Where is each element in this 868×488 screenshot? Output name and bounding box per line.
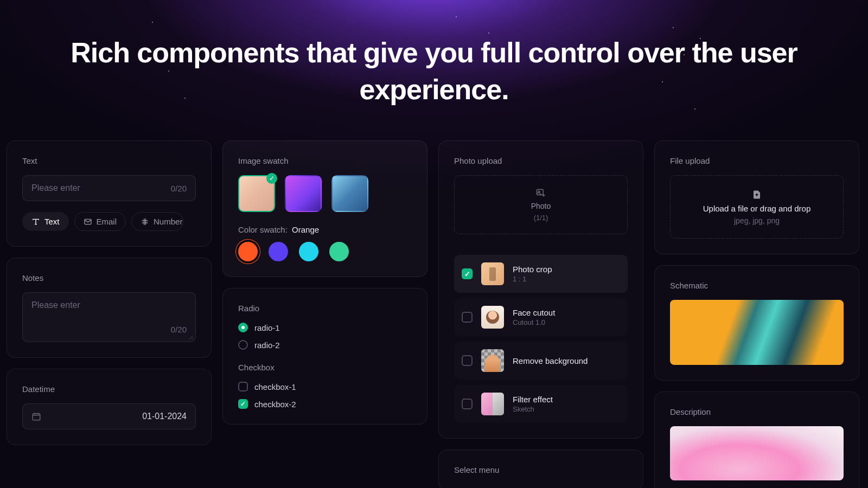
- file-upload-icon: [752, 189, 762, 201]
- filter-title: Filter effect: [513, 395, 553, 404]
- datetime-card: Datetime 01-01-2024: [7, 369, 212, 445]
- email-icon: [84, 217, 92, 226]
- remove-bg-title: Remove background: [513, 356, 588, 365]
- crop-thumbnail: [481, 262, 504, 285]
- schematic-label: Schematic: [670, 281, 844, 290]
- calendar-icon: [31, 412, 41, 421]
- color-swatch-row: [238, 242, 412, 261]
- tab-text[interactable]: Text: [22, 212, 69, 231]
- datetime-input[interactable]: 01-01-2024: [22, 403, 196, 429]
- datetime-label: Datetime: [22, 384, 196, 394]
- image-swatch-2[interactable]: [285, 175, 322, 212]
- page-title: Rich components that give you full contr…: [0, 35, 868, 108]
- image-swatch-3[interactable]: [331, 175, 368, 212]
- radio-option-2[interactable]: radio-2: [238, 340, 412, 350]
- text-input[interactable]: [31, 183, 167, 193]
- select-card: Select menu: [438, 450, 643, 488]
- checkbox-indicator: [238, 382, 248, 391]
- photo-option-crop[interactable]: Photo crop 1 : 1: [454, 255, 628, 293]
- face-cutout-title: Face cutout: [513, 308, 555, 317]
- notes-counter: 0/20: [171, 325, 187, 334]
- file-upload-card: File upload Upload a file or drag and dr…: [654, 140, 859, 254]
- text-label: Text: [22, 156, 196, 165]
- schematic-card: Schematic: [654, 265, 859, 381]
- face-cutout-thumbnail: [481, 306, 504, 329]
- image-swatch-row: [238, 175, 412, 212]
- checkbox-indicator: [462, 355, 473, 366]
- description-card: Description: [654, 391, 859, 488]
- radio-label: Radio: [238, 304, 412, 313]
- select-label: Select menu: [454, 465, 628, 474]
- color-swatch-value: Orange: [292, 225, 319, 234]
- tab-text-label: Text: [44, 217, 60, 226]
- photo-zone-title: Photo: [531, 202, 551, 210]
- tab-email[interactable]: Email: [74, 212, 126, 231]
- text-input-wrap[interactable]: 0/20: [22, 175, 196, 201]
- text-icon: [31, 217, 40, 226]
- file-dropzone[interactable]: Upload a file or drag and drop jpeg, jpg…: [670, 175, 844, 239]
- checkbox-indicator: [462, 268, 473, 279]
- photo-upload-label: Photo upload: [454, 156, 628, 165]
- color-swatch-label: Color swatch: Orange: [238, 225, 412, 234]
- file-zone-sub: jpeg, jpg, png: [734, 216, 780, 225]
- image-swatch-label: Image swatch: [238, 156, 412, 165]
- notes-label: Notes: [22, 273, 196, 282]
- image-swatch-card: Image swatch Color swatch: Orange: [222, 140, 427, 277]
- text-counter: 0/20: [171, 184, 187, 193]
- color-swatch-orange[interactable]: [238, 242, 258, 261]
- checkbox-option-1[interactable]: checkbox-1: [238, 382, 412, 391]
- checkbox-label: Checkbox: [238, 363, 412, 372]
- radio-indicator: [238, 340, 248, 350]
- number-icon: [141, 217, 149, 226]
- filter-sub: Sketch: [513, 405, 553, 413]
- description-label: Description: [670, 407, 844, 416]
- tab-email-label: Email: [97, 217, 117, 226]
- checkbox-indicator: [462, 399, 473, 409]
- photo-dropzone[interactable]: Photo (1/1): [454, 175, 628, 234]
- filter-thumbnail: [481, 393, 504, 415]
- image-add-icon: [535, 188, 547, 198]
- tab-number-label: Number: [154, 217, 182, 226]
- color-swatch-green[interactable]: [329, 242, 349, 261]
- file-zone-title: Upload a file or drag and drop: [703, 204, 810, 213]
- photo-option-remove-bg[interactable]: Remove background: [454, 342, 628, 380]
- notes-card: Notes 0/20: [7, 258, 212, 358]
- photo-option-filter[interactable]: Filter effect Sketch: [454, 385, 628, 423]
- notes-textarea[interactable]: [31, 300, 187, 320]
- checkbox-2-text: checkbox-2: [254, 400, 296, 409]
- face-cutout-sub: Cutout 1.0: [513, 318, 555, 326]
- remove-bg-thumbnail: [481, 349, 504, 372]
- type-tabs: Text Email Number: [22, 212, 196, 231]
- photo-zone-sub: (1/1): [534, 214, 548, 222]
- description-image: [670, 426, 844, 480]
- image-swatch-1[interactable]: [238, 175, 275, 212]
- text-input-card: Text 0/20 Text Email Number: [7, 140, 212, 247]
- radio-2-text: radio-2: [254, 341, 280, 350]
- photo-crop-sub: 1 : 1: [513, 275, 552, 283]
- schematic-image: [670, 300, 844, 365]
- datetime-value: 01-01-2024: [142, 412, 187, 421]
- svg-rect-1: [33, 414, 40, 420]
- checkbox-indicator: [462, 312, 473, 323]
- checkbox-option-2[interactable]: checkbox-2: [238, 399, 412, 409]
- radio-indicator: [238, 323, 248, 332]
- photo-option-face-cutout[interactable]: Face cutout Cutout 1.0: [454, 298, 628, 336]
- tab-number[interactable]: Number: [131, 212, 183, 231]
- notes-textarea-wrap[interactable]: 0/20: [22, 292, 196, 342]
- resize-handle[interactable]: [188, 334, 193, 339]
- radio-option-1[interactable]: radio-1: [238, 323, 412, 332]
- radio-checkbox-card: Radio radio-1 radio-2 Checkbox checkbox-…: [222, 288, 427, 425]
- color-swatch-indigo[interactable]: [269, 242, 288, 261]
- photo-upload-card: Photo upload Photo (1/1) Photo crop 1 : …: [438, 140, 643, 439]
- checkbox-indicator: [238, 399, 248, 409]
- radio-1-text: radio-1: [254, 323, 280, 332]
- checkbox-1-text: checkbox-1: [254, 382, 296, 391]
- file-upload-label: File upload: [670, 156, 844, 165]
- photo-crop-title: Photo crop: [513, 265, 552, 274]
- color-swatch-cyan[interactable]: [299, 242, 318, 261]
